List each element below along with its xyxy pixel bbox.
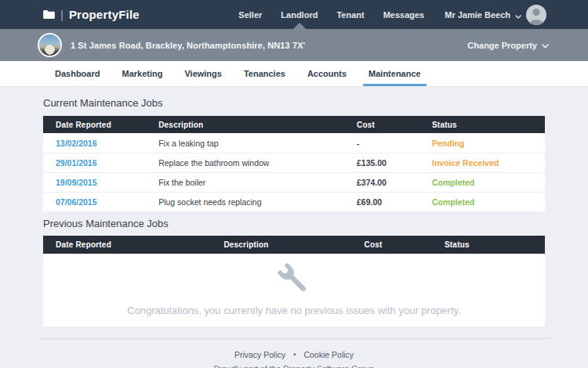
wrench-icon [276, 287, 312, 300]
chevron-down-icon [515, 8, 521, 22]
avatar-body-icon [529, 20, 543, 25]
active-nav-caret [293, 23, 306, 29]
column-header: Cost [365, 240, 445, 249]
job-description-cell: Plug socket needs replacing [158, 197, 357, 207]
previous-jobs-empty-state: Congratulations, you currently have no p… [43, 254, 545, 327]
nav-item-seller[interactable]: Seller [238, 0, 262, 29]
table-row: 19/09/2015Fix the boiler£374.00Completed [43, 172, 545, 192]
table-row: 13/02/2016Fix a leaking tap-Pending [43, 133, 545, 153]
footer-links: Privacy Policy•Cookie Policy [38, 350, 550, 359]
section-tabs: DashboardMarketingViewingsTenanciesAccou… [0, 61, 588, 87]
current-jobs-title: Current Maintenance Jobs [43, 87, 545, 116]
avatar-head-icon [533, 9, 540, 16]
job-cost-cell: - [357, 139, 432, 148]
job-cost-cell: £135.00 [357, 158, 432, 168]
job-date-link[interactable]: 13/02/2016 [56, 139, 97, 148]
job-status-badge: Completed [432, 197, 545, 207]
tab-viewings[interactable]: Viewings [179, 61, 227, 86]
job-description-cell: Fix the boiler [158, 178, 357, 187]
app-logo[interactable]: | PropertyFile [43, 8, 140, 22]
nav-item-messages[interactable]: Messages [383, 0, 425, 29]
user-name: Mr Jamie Beech [445, 10, 510, 20]
current-jobs-table-header: Date ReportedDescriptionCostStatus [43, 116, 545, 133]
column-header: Cost [357, 121, 432, 129]
empty-state-message: Congratulations, you currently have no p… [43, 305, 545, 316]
user-menu[interactable]: Mr Jamie Beech [445, 5, 546, 25]
top-navbar: | PropertyFile SellerLandlordTenantMessa… [0, 0, 588, 29]
job-date-cell: 19/09/2015 [43, 178, 158, 187]
tab-accounts[interactable]: Accounts [302, 61, 352, 86]
job-status-badge: Invoice Received [432, 158, 545, 168]
job-description-cell: Fix a leaking tap [158, 139, 357, 148]
column-header: Description [158, 121, 357, 129]
nav-item-tenant[interactable]: Tenant [336, 0, 364, 29]
tab-tenancies[interactable]: Tenancies [238, 61, 291, 86]
column-header: Status [445, 240, 545, 249]
column-header: Date Reported [43, 121, 158, 129]
job-date-cell: 07/06/2015 [43, 197, 158, 207]
job-date-link[interactable]: 19/09/2015 [56, 178, 97, 187]
main-content: Current Maintenance Jobs Date ReportedDe… [43, 87, 545, 327]
job-date-link[interactable]: 29/01/2016 [56, 158, 97, 168]
job-cost-cell: £69.00 [357, 197, 432, 207]
nav-items: SellerLandlordTenantMessagesMr Jamie Bee… [238, 0, 546, 29]
folder-icon [43, 8, 55, 22]
footer-tagline: Proudly part of the Property Software Gr… [38, 364, 550, 368]
tab-maintenance[interactable]: Maintenance [363, 61, 426, 86]
job-description-cell: Replace the bathroom window [158, 158, 357, 168]
logo-divider: | [60, 8, 64, 21]
previous-jobs-table-header: Date ReportedDescriptionCostStatus [43, 236, 545, 254]
property-photo-avatar [38, 33, 62, 57]
job-status-badge: Pending [432, 139, 545, 148]
nav-item-landlord[interactable]: Landlord [281, 0, 318, 29]
tab-marketing[interactable]: Marketing [116, 61, 168, 86]
change-property-button[interactable]: Change Property [467, 41, 549, 50]
footer-link-privacy-policy[interactable]: Privacy Policy [234, 350, 285, 359]
logo-text: PropertyFile [69, 8, 140, 21]
column-header: Status [432, 121, 545, 129]
page-footer: Privacy Policy•Cookie Policy Proudly par… [38, 338, 550, 368]
column-header: Date Reported [43, 240, 223, 249]
table-row: 07/06/2015Plug socket needs replacing£69… [43, 192, 545, 211]
job-status-badge: Completed [432, 178, 545, 187]
footer-link-cookie-policy[interactable]: Cookie Policy [303, 350, 354, 359]
job-cost-cell: £374.00 [357, 178, 432, 187]
column-header: Description [223, 240, 364, 249]
chevron-down-icon [542, 41, 549, 50]
job-date-cell: 29/01/2016 [43, 158, 158, 168]
job-date-cell: 13/02/2016 [43, 139, 158, 148]
tab-dashboard[interactable]: Dashboard [49, 61, 105, 86]
change-property-label: Change Property [467, 41, 537, 50]
job-date-link[interactable]: 07/06/2015 [56, 197, 97, 207]
previous-jobs-title: Previous Maintenance Jobs [43, 211, 545, 236]
property-bar: 1 St James Road, Brackley, Northamptonsh… [0, 29, 588, 61]
current-jobs-table-body: 13/02/2016Fix a leaking tap-Pending29/01… [43, 133, 545, 211]
previous-jobs-table: Date ReportedDescriptionCostStatus Congr… [43, 236, 545, 327]
current-jobs-table: Date ReportedDescriptionCostStatus 13/02… [43, 116, 545, 211]
property-address: 1 St James Road, Brackley, Northamptonsh… [71, 41, 305, 50]
table-row: 29/01/2016Replace the bathroom window£13… [43, 153, 545, 172]
user-avatar[interactable] [526, 5, 546, 25]
footer-separator: • [293, 351, 296, 359]
